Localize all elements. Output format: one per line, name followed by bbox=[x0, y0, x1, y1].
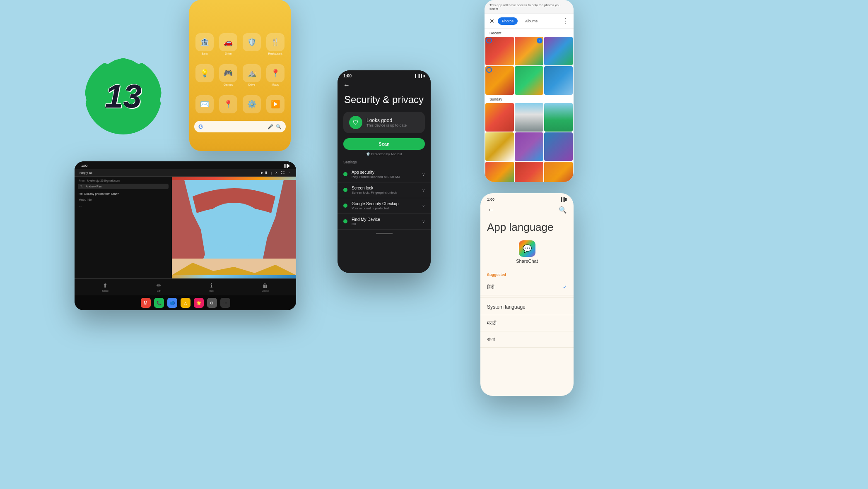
language-status-bar: 1:00 ▐▐▮ bbox=[480, 193, 574, 204]
photo-thumb-14[interactable] bbox=[515, 162, 543, 182]
search-bar[interactable]: G 🎤 🔍 bbox=[194, 121, 286, 132]
divider-icon: | bbox=[271, 171, 272, 175]
settings-dock-icon[interactable]: ⚙ bbox=[207, 298, 217, 308]
delete-button[interactable]: 🗑 Delete bbox=[262, 282, 269, 292]
fullscreen-icon[interactable]: ⛶ bbox=[281, 171, 285, 175]
photo-panel bbox=[172, 177, 296, 278]
photo-thumb-11[interactable] bbox=[515, 132, 543, 161]
drive-icon[interactable]: △ bbox=[181, 298, 190, 308]
app-icon-location[interactable]: 📍 bbox=[218, 95, 239, 114]
picker-close-button[interactable]: ✕ bbox=[489, 18, 494, 24]
system-language-label: System language bbox=[487, 304, 526, 310]
photo-thumb-15[interactable] bbox=[544, 162, 573, 182]
checkmark-icon: ✓ bbox=[563, 284, 567, 290]
scan-button[interactable]: Scan bbox=[343, 138, 425, 150]
protected-text: 🛡️ Protected by Android bbox=[338, 152, 431, 156]
app-icon-youtube[interactable]: ▶️ bbox=[265, 95, 286, 114]
tab-albums[interactable]: Albums bbox=[521, 17, 542, 25]
tablet-app-dock: M 📞 🔵 △ 🌟 ⚙ ⋯ bbox=[75, 295, 296, 310]
photo-thumb-10[interactable] bbox=[485, 132, 514, 161]
status-dot-green-4 bbox=[343, 219, 347, 223]
language-search-button[interactable]: 🔍 bbox=[559, 206, 567, 214]
security-title: Security & privacy bbox=[338, 91, 431, 112]
app-icon-light[interactable]: 💡 bbox=[194, 64, 215, 86]
photo-thumb-9[interactable] bbox=[544, 103, 573, 132]
status-dot-green bbox=[343, 172, 347, 176]
language-back-button[interactable]: ← bbox=[487, 206, 494, 214]
edit-button[interactable]: ✏ Edit bbox=[157, 282, 162, 292]
more-options-icon[interactable]: ⋮ bbox=[562, 17, 569, 25]
language-item-bangla[interactable]: বাংলা bbox=[480, 331, 574, 348]
photo-thumb-6[interactable] bbox=[544, 66, 573, 95]
sunday-photo-grid bbox=[485, 103, 574, 182]
wifi-icon: ▐ bbox=[414, 74, 416, 78]
security-status-bar: 1:00 ▐ ▐▐ ▮ bbox=[338, 70, 431, 80]
sharechat-app-icon: 💬 bbox=[519, 240, 535, 257]
photo-thumb-8[interactable] bbox=[515, 103, 543, 132]
suggested-label: Suggested bbox=[480, 270, 574, 279]
close-icon[interactable]: ✕ bbox=[275, 171, 278, 175]
chevron-down-icon-3: ∨ bbox=[422, 204, 425, 208]
photo-thumb-13[interactable] bbox=[485, 162, 514, 182]
phone-icon[interactable]: 📞 bbox=[154, 298, 164, 308]
security-item-checkup[interactable]: Google Security Checkup Your account is … bbox=[338, 198, 431, 214]
photo-thumb-5[interactable] bbox=[515, 66, 543, 95]
back-button[interactable]: ← bbox=[338, 80, 431, 91]
app-icon-games[interactable]: 🎮 Games bbox=[218, 64, 239, 86]
recent-section-label: Recent bbox=[485, 29, 574, 37]
chevron-down-icon: ∨ bbox=[422, 172, 425, 177]
info-button[interactable]: ℹ Info bbox=[210, 282, 214, 292]
security-time: 1:00 bbox=[343, 74, 352, 78]
more-apps-icon[interactable]: ⋯ bbox=[220, 298, 230, 308]
photo-thumb-1[interactable] bbox=[485, 37, 514, 65]
sunday-section-label: Sunday bbox=[485, 95, 574, 103]
language-toolbar: ← 🔍 bbox=[480, 204, 574, 218]
language-item-system[interactable]: System language bbox=[480, 299, 574, 315]
tablet-status-icons: ▐▐▮ bbox=[283, 164, 289, 168]
app-icon-drive[interactable]: 🚗 Drive bbox=[218, 33, 239, 55]
language-item-marathi[interactable]: मराठी bbox=[480, 315, 574, 331]
language-item-hindi[interactable]: हिंदी ✓ bbox=[480, 279, 574, 295]
badge-number: 13 bbox=[105, 80, 142, 113]
photo-thumb-12[interactable] bbox=[544, 132, 573, 161]
reply-all-button[interactable]: Reply all bbox=[80, 171, 92, 175]
tablet-bottom-bar: ⬆ Share ✏ Edit ℹ Info 🗑 Delete bbox=[75, 278, 296, 295]
app-icon-shield[interactable]: 🛡️ bbox=[241, 33, 263, 55]
looks-good-text: Looks good bbox=[366, 117, 407, 123]
lang-divider bbox=[480, 297, 574, 297]
security-item-app[interactable]: App security Play Protect scanned at 8:0… bbox=[338, 167, 431, 182]
app-icon-maps[interactable]: 📍 Maps bbox=[265, 64, 286, 86]
phone-security-screen: 1:00 ▐ ▐▐ ▮ ← Security & privacy 🛡 Looks… bbox=[338, 70, 431, 273]
phone-home-screen: 🏦 Bank 🚗 Drive 🛡️ 🍴 Restaurant 💡 bbox=[189, 0, 291, 151]
app-security-subtitle: Play Protect scanned at 8:00 AM bbox=[352, 175, 418, 179]
google-checkup-subtitle: Your account is protected bbox=[352, 206, 418, 210]
security-item-screenlock[interactable]: Screen lock Screen lock, Fingerprint unl… bbox=[338, 182, 431, 198]
marathi-label: मराठी bbox=[487, 320, 497, 326]
app-icon-settings[interactable]: ⚙️ bbox=[241, 95, 263, 114]
google-g-icon: G bbox=[198, 123, 203, 130]
picker-top-info: This app will have access to only the ph… bbox=[485, 0, 574, 14]
email-from: From: krysten.jo.23@gmail.com bbox=[75, 177, 172, 183]
photos-icon[interactable]: 🌟 bbox=[194, 298, 204, 308]
chrome-icon[interactable]: 🔵 bbox=[167, 298, 177, 308]
app-icon-restaurant[interactable]: 🍴 Restaurant bbox=[265, 33, 286, 55]
share-button[interactable]: ⬆ Share bbox=[102, 282, 108, 292]
app-icon-bank[interactable]: 🏦 Bank bbox=[194, 33, 215, 55]
settings-label: Settings bbox=[338, 160, 431, 167]
app-icon-mail[interactable]: ✉️ bbox=[194, 95, 215, 114]
app-icon-mountain[interactable]: ⛰️ Drive bbox=[241, 64, 263, 86]
up-to-date-text: This device is up to date bbox=[366, 123, 407, 127]
tab-photos[interactable]: Photos bbox=[498, 17, 518, 25]
photo-thumb-7[interactable] bbox=[485, 103, 514, 132]
selected-ring-2: ✓ bbox=[537, 38, 542, 43]
app-security-title: App security bbox=[352, 170, 418, 175]
more-icon[interactable]: ⋮ bbox=[288, 171, 291, 175]
photo-thumb-2[interactable]: ✓ bbox=[515, 37, 543, 65]
status-dot-green-2 bbox=[343, 188, 347, 192]
google-checkup-title: Google Security Checkup bbox=[352, 201, 418, 206]
gmail-icon[interactable]: M bbox=[141, 298, 151, 308]
photo-thumb-4[interactable] bbox=[485, 66, 514, 95]
security-item-findmydevice[interactable]: Find My Device On ∨ bbox=[338, 214, 431, 230]
photo-thumb-3[interactable] bbox=[544, 37, 573, 65]
bangla-label: বাংলা bbox=[487, 336, 495, 342]
